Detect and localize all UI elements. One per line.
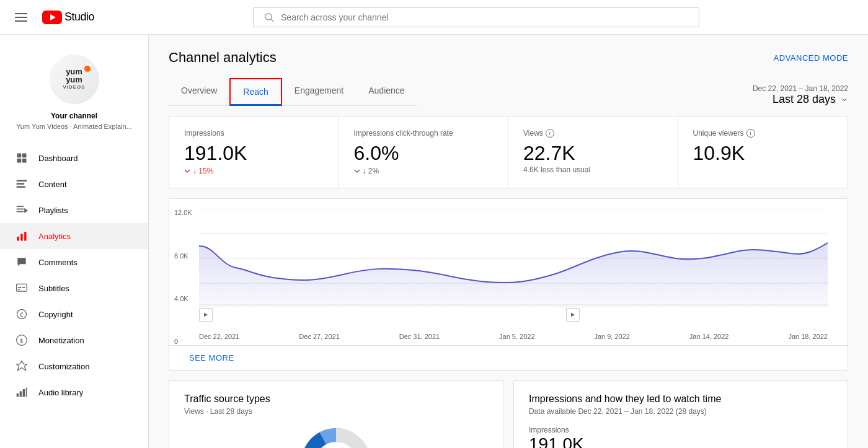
svg-text:$: $	[20, 338, 23, 344]
svg-rect-8	[17, 180, 27, 182]
svg-rect-18	[17, 284, 27, 291]
svg-rect-19	[18, 287, 21, 288]
dashboard-icon	[15, 151, 29, 165]
svg-rect-10	[17, 186, 25, 188]
svg-marker-14	[24, 208, 28, 213]
stat-views: Views i 22.7K 4.6K less than usual	[508, 116, 678, 188]
date-range-dropdown[interactable]: Last 28 days	[753, 93, 848, 106]
subtitles-icon	[15, 281, 29, 295]
sidebar-item-subtitles[interactable]: Subtitles	[0, 275, 148, 301]
stat-views-value: 22.7K	[523, 143, 663, 164]
studio-label: Studio	[64, 11, 94, 24]
svg-rect-17	[24, 232, 26, 240]
svg-line-3	[271, 19, 274, 22]
stat-unique-viewers-label: Unique viewers i	[693, 129, 833, 138]
page-title: Channel analytics	[169, 50, 277, 66]
traffic-source-sub: Views · Last 28 days	[184, 407, 488, 416]
donut-chart-container	[184, 426, 488, 448]
sidebar-nav: Dashboard Content Playlists Analytics	[0, 145, 148, 405]
sidebar-item-playlists[interactable]: Playlists	[0, 197, 148, 223]
sidebar: yum yum VIDEOS Your channel Yum Yum Vide…	[0, 35, 149, 448]
sidebar-item-audio-library[interactable]: Audio library	[0, 379, 148, 405]
chart-svg	[199, 209, 828, 308]
sidebar-item-label-playlists: Playlists	[38, 206, 68, 215]
svg-point-22	[17, 310, 27, 319]
chart-markers-row	[169, 308, 848, 328]
stats-row: Impressions 191.0K ↓ 15% Impressions cli…	[169, 116, 848, 188]
svg-rect-12	[17, 209, 24, 210]
content-icon	[15, 177, 29, 191]
chart-area: 12.0K 8.0K 4.0K 0	[169, 209, 848, 345]
customization-icon	[15, 359, 29, 373]
see-more-link[interactable]: SEE MORE	[169, 345, 848, 370]
stat-impressions-value: 191.0K	[184, 143, 324, 164]
sidebar-item-label-content: Content	[38, 180, 67, 189]
svg-rect-20	[22, 287, 25, 288]
svg-rect-28	[26, 388, 27, 397]
svg-rect-11	[17, 206, 24, 207]
tab-reach[interactable]: Reach	[229, 78, 281, 106]
sidebar-item-label-monetization: Monetization	[38, 336, 84, 345]
sidebar-item-analytics[interactable]: Analytics	[0, 223, 148, 249]
tab-engagement[interactable]: Engagement	[282, 78, 356, 106]
sidebar-item-label-analytics: Analytics	[38, 232, 71, 241]
chart-marker-1[interactable]	[199, 308, 213, 322]
stat-ctr: Impressions click-through rate 6.0% ↓ 2%	[339, 116, 509, 188]
search-icon	[264, 12, 275, 23]
sidebar-item-comments[interactable]: Comments	[0, 249, 148, 275]
x-label-2: Dec 31, 2021	[399, 333, 440, 340]
stat-ctr-label: Impressions click-through rate	[354, 129, 494, 138]
audio-library-icon	[15, 385, 29, 399]
your-channel-label: Your channel	[15, 112, 133, 120]
sidebar-item-dashboard[interactable]: Dashboard	[0, 145, 148, 171]
avatar-dot	[84, 66, 91, 72]
y-label-3: 0	[174, 338, 192, 345]
stat-views-sub: 4.6K less than usual	[523, 165, 663, 174]
svg-rect-15	[17, 237, 19, 241]
avatar: yum yum VIDEOS	[50, 55, 99, 104]
stat-impressions-label: Impressions	[184, 129, 324, 138]
header: Studio	[0, 0, 868, 35]
svg-rect-6	[17, 159, 22, 163]
donut-chart-svg	[299, 426, 373, 448]
search-input[interactable]	[281, 12, 689, 22]
svg-rect-16	[20, 234, 22, 241]
channel-name: Yum Yum Videos · Animated Explain...	[15, 123, 133, 130]
views-info-icon[interactable]: i	[546, 129, 554, 138]
analytics-tabs: Overview Reach Engagement Audience	[169, 78, 417, 106]
stat-impressions: Impressions 191.0K ↓ 15%	[169, 116, 339, 188]
monetization-icon: $	[15, 333, 29, 347]
sidebar-item-label-comments: Comments	[38, 258, 78, 267]
advanced-mode-button[interactable]: ADVANCED MODE	[774, 53, 848, 63]
sidebar-item-copyright[interactable]: Copyright	[0, 301, 148, 327]
svg-point-41	[319, 446, 353, 448]
sidebar-item-monetization[interactable]: $ Monetization	[0, 327, 148, 353]
chart-container: 12.0K 8.0K 4.0K 0	[169, 198, 848, 371]
arrow-down-icon	[184, 168, 190, 174]
x-label-4: Jan 9, 2022	[594, 333, 630, 340]
bottom-cards: Traffic source types Views · Last 28 day…	[169, 380, 848, 448]
sidebar-item-customization[interactable]: Customization	[0, 353, 148, 379]
traffic-source-card: Traffic source types Views · Last 28 day…	[169, 380, 503, 448]
tabs-row: Overview Reach Engagement Audience Dec 2…	[169, 78, 848, 106]
unique-viewers-info-icon[interactable]: i	[746, 129, 755, 138]
menu-icon[interactable]	[10, 8, 32, 27]
svg-rect-21	[18, 289, 20, 291]
tab-audience[interactable]: Audience	[356, 78, 417, 106]
tab-overview[interactable]: Overview	[169, 78, 229, 106]
search-bar	[253, 7, 699, 27]
sidebar-item-label-dashboard: Dashboard	[38, 154, 78, 163]
stat-ctr-value: 6.0%	[354, 143, 494, 164]
svg-rect-9	[17, 183, 25, 185]
date-range-selector: Dec 22, 2021 – Jan 18, 2022 Last 28 days	[753, 84, 848, 106]
sidebar-item-content[interactable]: Content	[0, 171, 148, 197]
x-label-0: Dec 22, 2021	[199, 333, 239, 340]
impressions-watchtime-card: Impressions and how they led to watch ti…	[513, 380, 848, 448]
analytics-icon	[15, 229, 29, 243]
impressions-watchtime-sub: Data available Dec 22, 2021 – Jan 18, 20…	[529, 407, 833, 416]
chart-svg-wrapper	[169, 209, 848, 308]
sidebar-item-label-customization: Customization	[38, 362, 89, 371]
app-layout: yum yum VIDEOS Your channel Yum Yum Vide…	[0, 35, 868, 448]
date-range-value-text: Last 28 days	[773, 93, 836, 106]
chart-marker-2[interactable]	[566, 308, 580, 322]
